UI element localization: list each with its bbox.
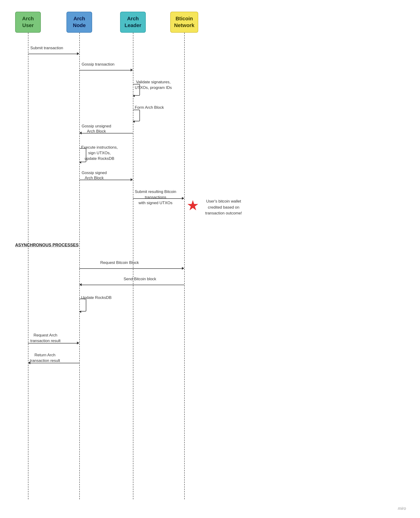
msg-submit-transaction bbox=[28, 51, 79, 56]
label-gossip-transaction: Gossip transaction bbox=[82, 62, 114, 67]
label-gossip-unsigned: Gossip unsignedArch Block bbox=[82, 124, 111, 134]
actor-arch-user: ArchUser bbox=[15, 12, 41, 33]
msg-request-btc-block bbox=[79, 266, 184, 271]
actor-arch-leader: ArchLeader bbox=[120, 12, 146, 33]
actor-arch-node: ArchNode bbox=[67, 12, 92, 33]
self-loop-update-arrow bbox=[79, 311, 81, 313]
diagram-container: ArchUser ArchNode ArchLeader BticoinNetw… bbox=[0, 0, 420, 518]
label-wallet-credited: User's bitcoin walletcredited based ontr… bbox=[205, 198, 242, 216]
label-return-arch-tx: Return Archtransaction result bbox=[30, 352, 60, 364]
self-loop-validate-arrow bbox=[133, 95, 135, 97]
watermark: miro bbox=[398, 506, 406, 511]
star-icon: ★ bbox=[187, 197, 199, 213]
self-loop-form bbox=[133, 110, 140, 121]
self-loop-execute-arrow bbox=[79, 161, 81, 164]
lifeline-bitcoin-network bbox=[184, 33, 185, 499]
self-loop-validate bbox=[133, 84, 140, 96]
self-loop-execute bbox=[79, 148, 86, 162]
label-submit-btc: Submit resulting Bitcointransactionswith… bbox=[135, 189, 176, 206]
label-validate-signatures: Validate signatures,UTXOs, program IDs bbox=[135, 79, 172, 91]
self-loop-form-arrow bbox=[133, 120, 135, 123]
msg-gossip-transaction bbox=[79, 68, 133, 72]
msg-send-btc-block bbox=[79, 282, 184, 287]
label-submit-transaction: Submit transaction bbox=[30, 46, 63, 51]
self-loop-update bbox=[79, 299, 86, 312]
label-request-arch-tx: Request Archtransaction result bbox=[30, 333, 60, 344]
section-async-label: ASYNCHRONOUS PROCESSES bbox=[15, 243, 79, 248]
lifeline-arch-user bbox=[28, 33, 29, 499]
label-send-btc-block: Send Bitcoin block bbox=[124, 276, 156, 282]
label-execute-instructions: Execute instructions,sign UTXOs,update R… bbox=[81, 145, 118, 161]
label-form-arch-block: Form Arch Block bbox=[135, 105, 164, 110]
label-request-btc-block: Request Bitcoin Block bbox=[100, 260, 139, 265]
actor-bitcoin-network: BticoinNetwork bbox=[170, 12, 198, 33]
label-gossip-signed: Gossip signedArch Block bbox=[82, 170, 107, 181]
